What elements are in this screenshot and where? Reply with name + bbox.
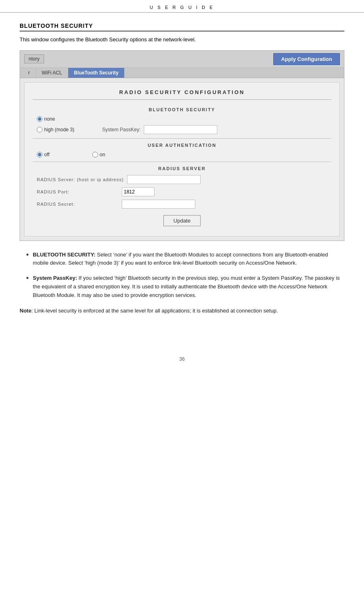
bullet-section: • BLUETOOTH SECURITY: Select ‘none’ if y…: [20, 251, 344, 300]
radius-secret-input[interactable]: [122, 200, 195, 209]
bullet-text-passkey: System PassKey: If you selected ‘high’ B…: [33, 274, 344, 299]
high-radio-label[interactable]: high (mode 3): [37, 127, 86, 133]
off-radio-label[interactable]: off: [37, 152, 86, 157]
divider-1: [33, 138, 331, 139]
off-on-row: off on: [33, 152, 331, 157]
note-text: : Link-level security is enforced at the…: [31, 308, 278, 314]
radius-port-input[interactable]: [122, 187, 154, 196]
none-radio-row: none: [33, 116, 331, 122]
on-radio-input[interactable]: [92, 152, 98, 157]
section-intro: This window configures the Bluetooth Sec…: [20, 36, 344, 44]
tab-bar: r WiFi ACL BlueTooth Security: [20, 68, 344, 78]
radius-section-title: RADIUS SERVER: [33, 166, 331, 171]
radius-server-label: RADIUS Server: (host or ip address): [37, 177, 124, 182]
tab-wifi-acl[interactable]: WiFi ACL: [36, 68, 68, 78]
note-label: Note: [20, 308, 31, 314]
radius-port-label: RADIUS Port:: [37, 189, 118, 194]
bullet-text-bluetooth: BLUETOOTH SECURITY: Select ‘none’ if you…: [33, 251, 344, 268]
screenshot-frame: ntory Apply Configuration r WiFi ACL Blu…: [20, 50, 344, 241]
radius-secret-row: RADIUS Secret:: [33, 200, 331, 209]
high-radio-input[interactable]: [37, 127, 42, 133]
bullet-item-bluetooth: • BLUETOOTH SECURITY: Select ‘none’ if y…: [20, 251, 344, 268]
page-number: 36: [0, 356, 364, 370]
divider-2: [33, 162, 331, 162]
bullet-item-passkey: • System PassKey: If you selected ‘high’…: [20, 274, 344, 299]
off-radio-input[interactable]: [37, 152, 42, 157]
update-button[interactable]: Update: [163, 215, 201, 226]
form-area: RADIO SECURITY CONFIGURATION BLUETOOTH S…: [24, 82, 340, 236]
screenshot-topbar: ntory Apply Configuration: [20, 51, 344, 68]
user-guide-header: U S E R G U I D E: [0, 0, 364, 13]
none-radio-label[interactable]: none: [37, 116, 86, 122]
passkey-input[interactable]: [144, 125, 217, 134]
form-main-title: RADIO SECURITY CONFIGURATION: [33, 89, 331, 100]
radius-secret-label: RADIUS Secret:: [37, 202, 118, 207]
user-auth-title: USER AUTHENTICATION: [33, 143, 331, 148]
high-radio-row: high (mode 3) System PassKey:: [33, 125, 331, 134]
none-radio-input[interactable]: [37, 116, 42, 122]
radius-port-row: RADIUS Port:: [33, 187, 331, 196]
inventory-button[interactable]: ntory: [24, 54, 44, 63]
passkey-label: System PassKey:: [102, 127, 141, 133]
bullet-term-bluetooth: BLUETOOTH SECURITY:: [33, 252, 95, 258]
section-heading: Bluetooth Security: [20, 22, 344, 31]
bluetooth-section-title: BLUETOOTH SECURITY: [33, 107, 331, 112]
tab-r[interactable]: r: [22, 68, 36, 78]
tab-bluetooth-security[interactable]: BlueTooth Security: [68, 68, 125, 78]
on-radio-label[interactable]: on: [92, 152, 141, 157]
apply-configuration-button[interactable]: Apply Configuration: [273, 53, 340, 65]
radius-server-input[interactable]: [127, 175, 201, 184]
radius-server-row: RADIUS Server: (host or ip address): [33, 175, 331, 184]
bullet-term-passkey: System PassKey:: [33, 275, 77, 281]
bullet-dot-1: •: [26, 251, 29, 268]
bullet-dot-2: •: [26, 274, 29, 299]
header-title: U S E R G U I D E: [150, 5, 214, 10]
note-paragraph: Note: Link-level security is enforced at…: [20, 307, 344, 315]
